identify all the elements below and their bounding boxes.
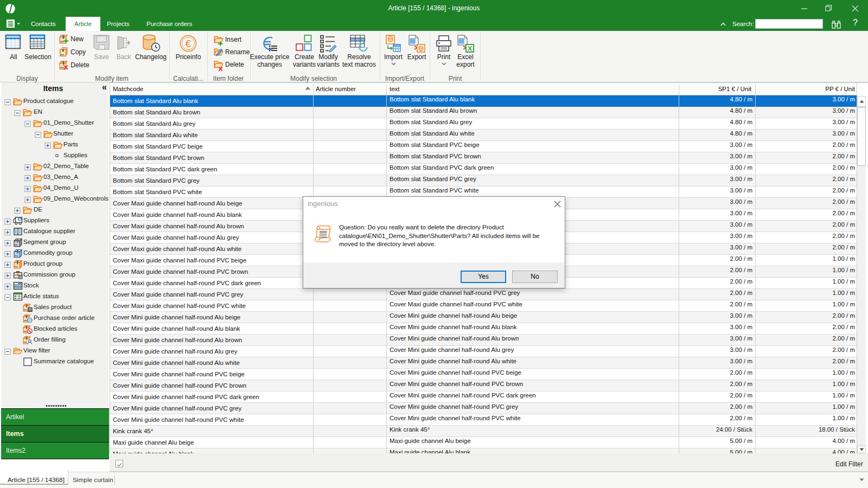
svg-text:X: X xyxy=(468,44,473,53)
svg-text:€: € xyxy=(186,38,192,49)
